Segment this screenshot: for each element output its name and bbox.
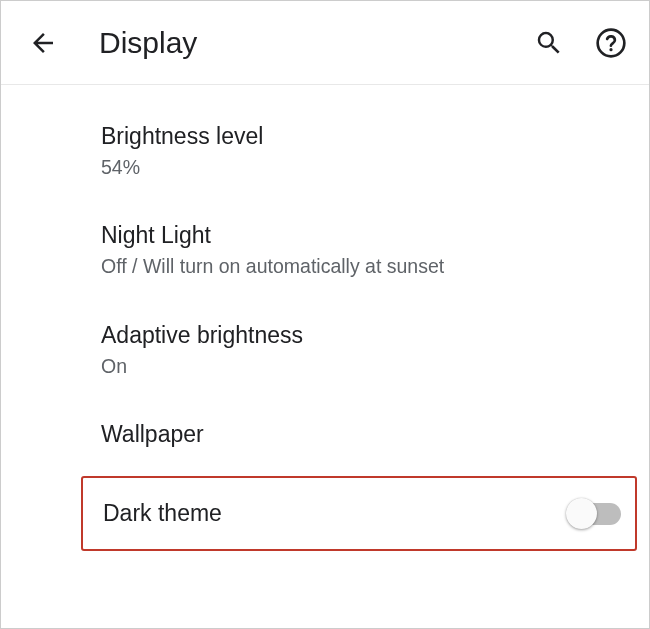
page-title: Display: [99, 26, 533, 60]
arrow-back-icon: [28, 28, 58, 58]
help-button[interactable]: [595, 27, 627, 59]
setting-title: Night Light: [101, 220, 649, 251]
back-button[interactable]: [27, 27, 59, 59]
setting-wallpaper[interactable]: Wallpaper: [1, 399, 649, 470]
setting-title: Brightness level: [101, 121, 649, 152]
settings-list: Brightness level 54% Night Light Off / W…: [1, 85, 649, 551]
setting-title: Wallpaper: [101, 419, 649, 450]
search-icon: [534, 28, 564, 58]
header: Display: [1, 1, 649, 85]
help-icon: [595, 27, 627, 59]
svg-point-0: [598, 29, 625, 56]
setting-brightness-level[interactable]: Brightness level 54%: [1, 101, 649, 200]
dark-theme-toggle[interactable]: [569, 503, 621, 525]
setting-adaptive-brightness[interactable]: Adaptive brightness On: [1, 300, 649, 399]
svg-point-1: [609, 48, 612, 51]
setting-night-light[interactable]: Night Light Off / Will turn on automatic…: [1, 200, 649, 299]
setting-subtitle: On: [101, 353, 649, 379]
setting-subtitle: Off / Will turn on automatically at suns…: [101, 253, 649, 279]
setting-subtitle: 54%: [101, 154, 649, 180]
setting-title: Dark theme: [103, 498, 222, 529]
header-actions: [533, 27, 627, 59]
toggle-thumb: [566, 498, 597, 529]
search-button[interactable]: [533, 27, 565, 59]
setting-dark-theme[interactable]: Dark theme: [81, 476, 637, 551]
setting-title: Adaptive brightness: [101, 320, 649, 351]
